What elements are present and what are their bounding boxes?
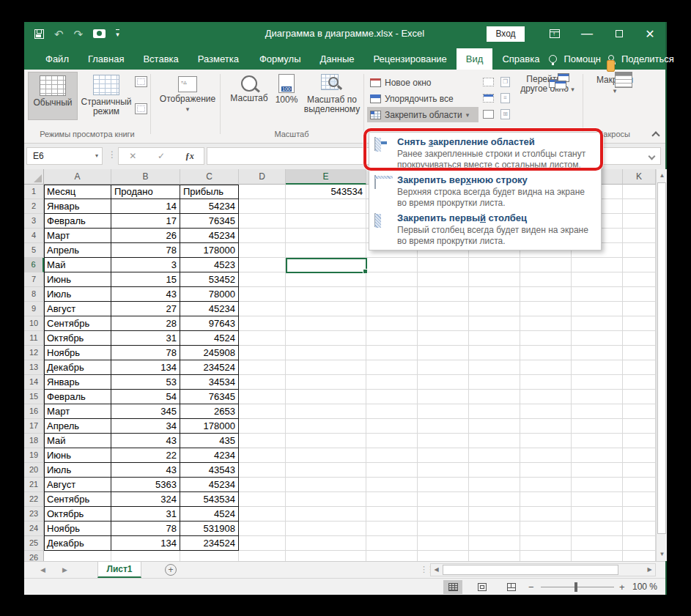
- ribbon-tab-view[interactable]: Вид: [457, 48, 493, 70]
- cell-F20[interactable]: [366, 463, 418, 478]
- cell-K17[interactable]: [623, 419, 656, 434]
- cell-D7[interactable]: [239, 272, 286, 287]
- page-layout-view-icon[interactable]: [135, 76, 147, 87]
- zoom-to-selection-button[interactable]: Масштаб по выделенному: [303, 72, 361, 120]
- cell-D22[interactable]: [239, 492, 286, 507]
- cell-E22[interactable]: [286, 492, 366, 507]
- cell-I9[interactable]: [520, 302, 572, 316]
- cell-K5[interactable]: [623, 243, 656, 258]
- cell-E5[interactable]: [286, 243, 366, 258]
- cell-G14[interactable]: [418, 375, 469, 390]
- cell-J9[interactable]: [572, 302, 623, 316]
- cell-H19[interactable]: [469, 448, 520, 463]
- cell-I24[interactable]: [520, 522, 572, 536]
- row-header-7[interactable]: 7: [24, 272, 44, 287]
- cell-H20[interactable]: [469, 463, 520, 478]
- cell-B20[interactable]: 43: [111, 463, 180, 478]
- zoom-100-button[interactable]: 100%: [272, 72, 301, 120]
- cell-D18[interactable]: [239, 434, 286, 448]
- cell-I16[interactable]: [520, 404, 572, 419]
- cell-A19[interactable]: Июнь: [44, 448, 111, 463]
- row-header-1[interactable]: 1: [24, 185, 44, 199]
- ribbon-tab-data[interactable]: Данные: [311, 48, 364, 70]
- cell-E10[interactable]: [286, 316, 366, 331]
- scroll-left-icon[interactable]: ◀: [431, 564, 442, 576]
- row-header-12[interactable]: 12: [24, 346, 44, 360]
- row-header-9[interactable]: 9: [24, 302, 44, 316]
- cell-K25[interactable]: [623, 536, 656, 551]
- minimize-button[interactable]: —: [577, 22, 596, 45]
- cell-E19[interactable]: [286, 448, 366, 463]
- cell-F12[interactable]: [366, 346, 418, 360]
- column-header-A[interactable]: A: [44, 169, 111, 185]
- cell-A25[interactable]: Декабрь: [44, 536, 111, 551]
- zoom-slider-track[interactable]: [541, 587, 614, 587]
- row-header-18[interactable]: 18: [24, 434, 44, 448]
- share-label[interactable]: Поделиться: [621, 53, 674, 64]
- cell-G17[interactable]: [418, 419, 469, 434]
- row-header-24[interactable]: 24: [24, 522, 44, 536]
- horizontal-scrollbar[interactable]: ◀ ▶: [430, 563, 656, 576]
- macros-button[interactable]: Макросы ▾: [588, 72, 641, 123]
- cell-E11[interactable]: [286, 331, 366, 346]
- cell-B8[interactable]: 43: [111, 287, 180, 302]
- cell-B13[interactable]: 134: [111, 360, 180, 375]
- cell-D4[interactable]: [239, 229, 286, 243]
- cell-E26[interactable]: [286, 551, 366, 561]
- cell-J10[interactable]: [572, 316, 623, 331]
- cell-E3[interactable]: [286, 214, 366, 229]
- cell-K13[interactable]: [623, 360, 656, 375]
- cell-A10[interactable]: Сентябрь: [44, 316, 111, 331]
- cell-A4[interactable]: Март: [44, 229, 111, 243]
- cell-C24[interactable]: 531908: [180, 522, 239, 536]
- cell-J11[interactable]: [572, 331, 623, 346]
- cell-A7[interactable]: Июнь: [44, 272, 111, 287]
- maximize-button[interactable]: [610, 22, 629, 45]
- cell-C2[interactable]: 54234: [180, 199, 239, 214]
- cell-H18[interactable]: [469, 434, 520, 448]
- cell-I19[interactable]: [520, 448, 572, 463]
- cell-A17[interactable]: Апрель: [44, 419, 111, 434]
- cell-A15[interactable]: Февраль: [44, 390, 111, 404]
- cell-I26[interactable]: [520, 551, 572, 561]
- cell-K2[interactable]: [623, 199, 656, 214]
- cell-A5[interactable]: Апрель: [44, 243, 111, 258]
- insert-function-icon[interactable]: ƒx: [175, 151, 204, 162]
- cell-C15[interactable]: 76345: [180, 390, 239, 404]
- cell-B17[interactable]: 34: [111, 419, 180, 434]
- cell-A13[interactable]: Декабрь: [44, 360, 111, 375]
- cell-G21[interactable]: [418, 478, 469, 492]
- cell-B25[interactable]: 134: [111, 536, 180, 551]
- cell-G16[interactable]: [418, 404, 469, 419]
- cell-A2[interactable]: Январь: [44, 199, 111, 214]
- cell-J23[interactable]: [572, 507, 623, 522]
- cell-I7[interactable]: [520, 272, 572, 287]
- column-header-C[interactable]: C: [180, 169, 239, 185]
- cell-A20[interactable]: Июль: [44, 463, 111, 478]
- cell-K23[interactable]: [623, 507, 656, 522]
- cell-F17[interactable]: [366, 419, 418, 434]
- scroll-up-icon[interactable]: ▲: [657, 170, 667, 182]
- cell-A9[interactable]: Август: [44, 302, 111, 316]
- cancel-icon[interactable]: ✕: [119, 151, 147, 161]
- cell-C4[interactable]: 45234: [180, 229, 239, 243]
- cell-J7[interactable]: [572, 272, 623, 287]
- row-header-15[interactable]: 15: [24, 390, 44, 404]
- cell-F7[interactable]: [366, 272, 418, 287]
- cell-H16[interactable]: [469, 404, 520, 419]
- cell-E17[interactable]: [286, 419, 366, 434]
- cell-F13[interactable]: [366, 360, 418, 375]
- column-header-B[interactable]: B: [111, 169, 180, 185]
- cell-C1[interactable]: Прибыль: [180, 185, 239, 199]
- vertical-scrollbar[interactable]: ▲ ▼: [656, 169, 667, 561]
- cell-C10[interactable]: 97643: [180, 316, 239, 331]
- cell-E4[interactable]: [286, 229, 366, 243]
- cell-K7[interactable]: [623, 272, 656, 287]
- status-page-break-button[interactable]: [502, 580, 521, 594]
- cell-G18[interactable]: [418, 434, 469, 448]
- cell-E7[interactable]: [286, 272, 366, 287]
- cell-H8[interactable]: [469, 287, 520, 302]
- cell-A24[interactable]: Ноябрь: [44, 522, 111, 536]
- row-header-25[interactable]: 25: [24, 536, 44, 551]
- cell-G10[interactable]: [418, 316, 469, 331]
